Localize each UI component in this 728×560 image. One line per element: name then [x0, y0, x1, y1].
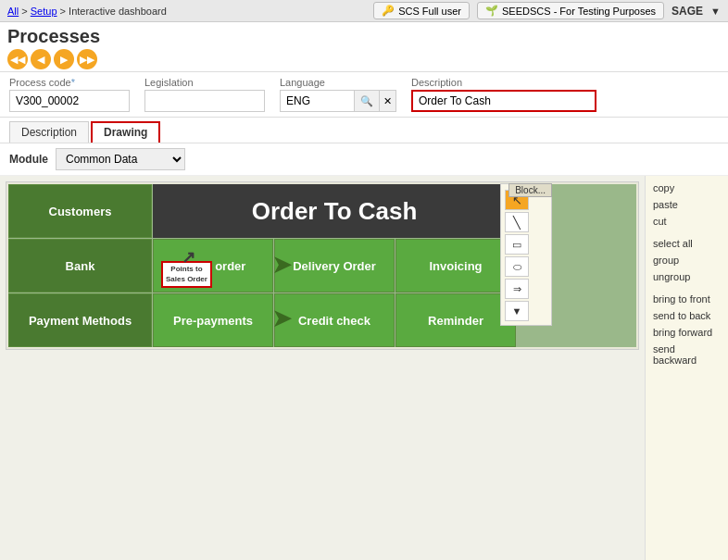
- cell-sales-order[interactable]: Sales order Points toSales Order ↗: [153, 239, 273, 292]
- menu-bring-front[interactable]: bring to front: [646, 291, 728, 307]
- legislation-label: Legislation: [144, 77, 265, 88]
- tab-description[interactable]: Description: [9, 121, 89, 143]
- breadcrumb-current: Interactive dashboard: [69, 6, 167, 17]
- cell-bank[interactable]: Bank: [8, 239, 152, 292]
- process-code-field: Process code*: [9, 77, 130, 112]
- nav-last[interactable]: ▶▶: [77, 49, 97, 69]
- menu-send-back[interactable]: send to back: [646, 307, 728, 324]
- arrow-indicator: ↗: [182, 247, 195, 268]
- arrow-delivery: ➤: [271, 249, 293, 280]
- description-input[interactable]: [411, 90, 596, 112]
- cell-invoicing[interactable]: Invoicing: [395, 239, 516, 292]
- nav-next[interactable]: ▶: [54, 49, 74, 69]
- user-button[interactable]: 🔑 SCS Full user: [373, 2, 470, 19]
- seed-button[interactable]: 🌱 SEEDSCS - For Testing Purposes: [477, 2, 664, 19]
- language-label: Language: [280, 77, 396, 88]
- menu-send-backward[interactable]: send backward: [646, 341, 728, 368]
- legislation-field: Legislation: [144, 77, 265, 112]
- language-field: Language 🔍 ✕: [280, 77, 396, 112]
- description-field: Description: [411, 77, 596, 112]
- canvas-area: Block... Customers Order To Cash Bank Sa…: [0, 176, 645, 560]
- module-select[interactable]: Common Data: [56, 148, 185, 170]
- module-label: Module: [9, 153, 48, 166]
- cell-title: Order To Cash: [153, 184, 516, 238]
- tab-drawing[interactable]: Drawing: [91, 121, 160, 143]
- line-tool[interactable]: ╲: [505, 212, 529, 232]
- menu-copy[interactable]: copy: [646, 180, 728, 196]
- cell-customers[interactable]: Customers: [8, 184, 152, 238]
- menu-bring-forward[interactable]: bring forward: [646, 324, 728, 341]
- sage-label: SAGE: [672, 5, 703, 18]
- menu-cut[interactable]: cut: [646, 213, 728, 230]
- block-tools-panel: ↖ ╲ ▭ ⬭ ⇒ ▼: [500, 183, 552, 326]
- cell-pre-payments[interactable]: Pre-payments: [153, 293, 273, 347]
- block-button[interactable]: Block...: [508, 183, 552, 197]
- language-input[interactable]: [280, 90, 354, 112]
- description-label: Description: [411, 77, 596, 88]
- right-context-menu: copy paste cut select all group ungroup …: [645, 176, 728, 560]
- user-label: SCS Full user: [398, 6, 461, 17]
- language-clear-btn[interactable]: ✕: [380, 90, 396, 112]
- menu-ungroup[interactable]: ungroup: [646, 268, 728, 285]
- cell-reminder[interactable]: Reminder: [395, 293, 516, 347]
- process-code-label: Process code*: [9, 77, 130, 88]
- seed-label: SEEDSCS - For Testing Purposes: [502, 6, 656, 17]
- sage-dropdown-icon[interactable]: ▼: [710, 6, 721, 17]
- breadcrumb-setup[interactable]: Setup: [31, 6, 57, 17]
- dropdown-tool[interactable]: ▼: [505, 301, 529, 321]
- ellipse-tool[interactable]: ⬭: [505, 256, 529, 277]
- menu-select-all[interactable]: select all: [646, 235, 728, 252]
- language-search-btn[interactable]: 🔍: [354, 90, 380, 112]
- menu-group[interactable]: group: [646, 252, 728, 268]
- cell-payment-methods[interactable]: Payment Methods: [8, 293, 152, 347]
- process-code-input[interactable]: [9, 90, 130, 112]
- rect-tool[interactable]: ▭: [505, 234, 529, 255]
- breadcrumb: All > Setup > Interactive dashboard: [7, 6, 167, 17]
- nav-first[interactable]: ◀◀: [7, 49, 28, 69]
- legislation-input[interactable]: [144, 90, 265, 112]
- breadcrumb-all[interactable]: All: [7, 6, 19, 17]
- menu-paste[interactable]: paste: [646, 196, 728, 213]
- arrow-credit: ➤: [271, 303, 293, 333]
- page-title: Processes: [7, 26, 100, 47]
- connect-tool[interactable]: ⇒: [505, 279, 529, 299]
- nav-prev[interactable]: ◀: [31, 49, 51, 69]
